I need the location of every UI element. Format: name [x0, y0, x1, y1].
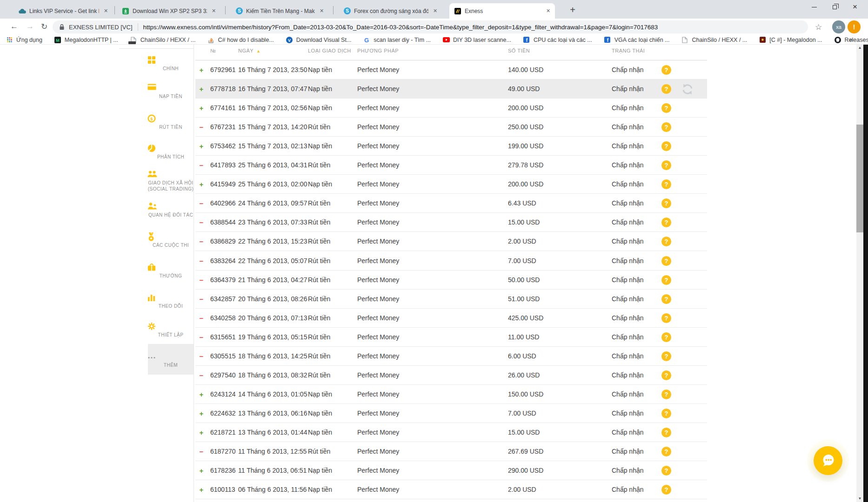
table-row[interactable]: −618727011 Tháng 6 2013, 12:55Rút tiềnPe… — [195, 442, 707, 461]
table-row[interactable]: +679296116 Tháng 7 2013, 23:50Nạp tiềnPe… — [195, 60, 707, 79]
table-row[interactable]: −634025820 Tháng 6 2013, 07:13Rút tiềnPe… — [195, 309, 707, 328]
status-help-icon[interactable]: ? — [661, 141, 671, 151]
table-row[interactable]: −640296624 Tháng 6 2013, 09:57Rút tiềnPe… — [195, 194, 707, 213]
sidebar-item-theo-doi[interactable]: THEO DÕI — [147, 293, 194, 309]
row-expand-toggle[interactable]: − — [195, 156, 207, 175]
status-help-icon[interactable]: ? — [661, 160, 671, 170]
row-expand-toggle[interactable]: + — [195, 175, 207, 194]
bookmark-item[interactable]: MMegalodonHTTP | ... — [54, 36, 118, 44]
col-header-id[interactable]: № — [210, 48, 216, 53]
sidebar-item-nap-tien[interactable]: NẠP TIỀN — [147, 84, 194, 99]
status-help-icon[interactable]: ? — [661, 390, 671, 399]
tab-close-icon[interactable]: × — [544, 7, 552, 15]
chat-bubble-button[interactable] — [814, 446, 842, 475]
update-warning-icon[interactable]: ! — [848, 20, 861, 33]
status-help-icon[interactable]: ? — [661, 428, 671, 437]
status-help-icon[interactable]: ? — [661, 198, 671, 208]
close-icon[interactable]: × — [845, 0, 865, 14]
sidebar-item-giao-dich-xa-hoi[interactable]: GIAO DỊCH XÃ HỘI (SOCIAL TRADING) — [147, 170, 194, 192]
row-expand-toggle[interactable]: + — [195, 60, 207, 79]
table-row[interactable]: +622463213 Tháng 6 2013, 06:16Nạp tiềnPe… — [195, 404, 707, 423]
table-row[interactable]: −636437921 Tháng 6 2013, 04:27Rút tiềnPe… — [195, 271, 707, 290]
row-expand-toggle[interactable]: − — [195, 328, 207, 347]
row-expand-toggle[interactable]: − — [195, 290, 207, 309]
bookmark-item[interactable]: DIY 3D laser scanne... — [442, 36, 511, 44]
row-expand-toggle[interactable]: + — [195, 423, 207, 442]
table-row[interactable]: −641789325 Tháng 6 2013, 04:31Rút tiềnPe… — [195, 156, 707, 175]
url-text[interactable]: https://www.exness.com/intl/vi/member/hi… — [143, 24, 658, 31]
bookmark-item[interactable]: fVGA các loại chiến ... — [604, 36, 670, 44]
sidebar-item-thuong[interactable]: THƯỞNG — [147, 263, 194, 279]
scroll-up-icon[interactable]: ▲ — [856, 45, 863, 51]
row-expand-toggle[interactable]: − — [195, 442, 207, 461]
table-row[interactable]: −638326422 Tháng 6 2013, 05:07Rút tiềnPe… — [195, 251, 707, 271]
bookmark-item[interactable]: Gscan laser diy - Tìm ... — [363, 36, 431, 44]
col-header-status[interactable]: TRẠNG THÁI — [612, 48, 645, 53]
table-row[interactable]: +675346215 Tháng 7 2013, 02:13Nạp tiềnPe… — [195, 137, 707, 156]
table-row[interactable]: +677871816 Tháng 7 2013, 07:47Nạp tiềnPe… — [195, 79, 707, 99]
minimize-icon[interactable] — [804, 0, 824, 14]
row-expand-toggle[interactable]: + — [195, 461, 207, 480]
bookmarks-overflow-icon[interactable]: » — [849, 36, 853, 43]
row-expand-toggle[interactable]: + — [195, 480, 207, 499]
status-help-icon[interactable]: ? — [661, 256, 671, 266]
restore-icon[interactable] — [824, 0, 845, 14]
sidebar-item-cac-cuoc-thi[interactable]: CÁC CUỘC THI — [147, 232, 194, 248]
back-icon[interactable]: ← — [10, 22, 18, 31]
table-row[interactable]: −634285720 Tháng 6 2013, 08:26Rút tiềnPe… — [195, 290, 707, 309]
row-expand-toggle[interactable]: + — [195, 404, 207, 423]
status-help-icon[interactable]: ? — [661, 179, 671, 189]
status-help-icon[interactable]: ? — [661, 275, 671, 285]
bookmark-item[interactable]: [C #] - Megalodon ... — [759, 36, 822, 44]
sidebar-item-thiet-lap[interactable]: THIẾT LẬP — [147, 322, 194, 338]
col-header-type[interactable]: LOẠI GIAO DỊCH — [308, 48, 351, 53]
tab-3[interactable]: SKiếm Tiền Trên Mạng - Make Mo× — [231, 3, 328, 19]
table-row[interactable]: +641594925 Tháng 6 2013, 02:00Nạp tiềnPe… — [195, 175, 707, 194]
tab-close-icon[interactable]: × — [210, 7, 218, 15]
profile-avatar[interactable]: xa — [832, 20, 845, 33]
bookmark-star-icon[interactable]: ☆ — [815, 22, 822, 32]
table-row[interactable]: +617823611 Tháng 6 2013, 06:51Nạp tiềnPe… — [195, 461, 707, 480]
row-expand-toggle[interactable]: + — [195, 99, 207, 118]
table-row[interactable]: +677416116 Tháng 7 2013, 02:56Nạp tiềnPe… — [195, 99, 707, 118]
scrollbar[interactable]: ▲ ▼ — [856, 45, 863, 502]
sidebar-item-phan-tich[interactable]: PHÂN TÍCH — [147, 144, 194, 160]
status-help-icon[interactable]: ? — [661, 466, 671, 476]
tab-5[interactable]: Exness× — [449, 3, 555, 19]
row-expand-toggle[interactable]: − — [195, 213, 207, 232]
bookmark-item[interactable]: fCPU các loại và các ... — [523, 36, 592, 44]
status-help-icon[interactable]: ? — [661, 409, 671, 418]
status-help-icon[interactable]: ? — [661, 122, 671, 132]
bookmark-item[interactable]: ChainSilo / HEXX / ... — [681, 36, 747, 44]
scroll-down-icon[interactable]: ▼ — [856, 495, 863, 502]
sidebar-item-rut-tien[interactable]: $RÚT TIỀN — [147, 114, 194, 130]
menu-icon[interactable] — [128, 41, 136, 44]
row-expand-toggle[interactable]: − — [195, 347, 207, 366]
bookmark-item[interactable]: C# how do I disable... — [207, 36, 274, 44]
tab-1[interactable]: Links VIP Service - Get link Fshare× — [14, 3, 113, 19]
table-row[interactable]: −630551518 Tháng 6 2013, 14:25Rút tiềnPe… — [195, 347, 707, 366]
row-expand-toggle[interactable]: − — [195, 309, 207, 328]
row-expand-toggle[interactable]: − — [195, 251, 207, 271]
tab-close-icon[interactable]: × — [318, 7, 326, 15]
status-help-icon[interactable]: ? — [661, 313, 671, 323]
bookmark-item[interactable]: Ứng dụng — [6, 36, 42, 44]
status-help-icon[interactable]: ? — [661, 218, 671, 227]
bookmark-item[interactable]: ChainSilo / HEXX / ... — [130, 36, 196, 44]
table-row[interactable]: −676723115 Tháng 7 2013, 14:20Rút tiềnPe… — [195, 118, 707, 137]
tab-4[interactable]: SForex con đường sáng xóa đói g× — [339, 3, 442, 19]
col-header-method[interactable]: PHƯƠNG PHÁP — [357, 48, 399, 53]
sidebar-item-them[interactable]: THÊM — [147, 352, 194, 368]
tab-close-icon[interactable]: × — [431, 7, 439, 15]
status-help-icon[interactable]: ? — [661, 332, 671, 342]
row-expand-toggle[interactable]: − — [195, 271, 207, 290]
refresh-icon[interactable] — [680, 82, 695, 97]
tab-close-icon[interactable]: × — [102, 7, 110, 15]
table-row[interactable]: −638854423 Tháng 6 2013, 07:33Rút tiềnPe… — [195, 213, 707, 232]
row-expand-toggle[interactable]: − — [195, 118, 207, 137]
status-help-icon[interactable]: ? — [661, 294, 671, 304]
col-header-amount[interactable]: SỐ TIỀN — [508, 48, 530, 53]
table-row[interactable]: −631565119 Tháng 6 2013, 05:15Rút tiềnPe… — [195, 328, 707, 347]
status-help-icon[interactable]: ? — [661, 84, 671, 94]
bookmark-item[interactable]: VDownload Visual St... — [286, 36, 352, 44]
